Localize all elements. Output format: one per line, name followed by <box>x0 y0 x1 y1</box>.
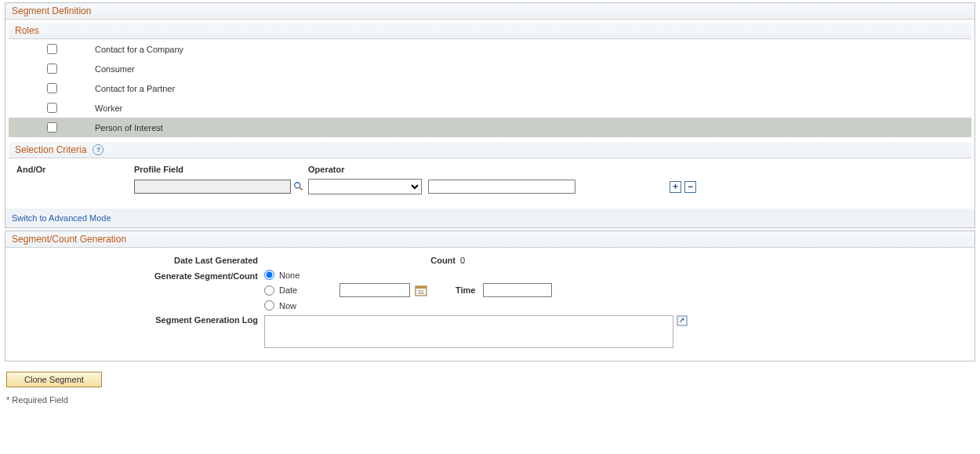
required-field-note: * Required Field <box>6 395 974 405</box>
radio-date-label: Date <box>279 285 297 295</box>
role-label-2: Contact for a Partner <box>95 84 175 93</box>
col-header-profile: Profile Field <box>134 165 308 174</box>
switch-mode-bar: Switch to Advanced Mode <box>5 209 975 227</box>
generate-option-group: None Date 31 Time Now <box>264 270 552 311</box>
selection-criteria-title: Selection Criteria <box>15 144 86 155</box>
svg-point-0 <box>295 183 300 188</box>
help-icon[interactable]: ? <box>93 144 103 155</box>
expand-icon[interactable] <box>677 315 688 326</box>
role-row: Contact for a Partner <box>9 78 971 98</box>
generate-option-now[interactable]: Now <box>264 300 552 311</box>
segment-count-body: Date Last Generated Count 0 Generate Seg… <box>5 248 975 361</box>
profile-field-input[interactable] <box>134 180 291 194</box>
segment-count-title: Segment/Count Generation <box>12 234 126 245</box>
clone-segment-button[interactable]: Clone Segment <box>6 372 102 387</box>
remove-row-button[interactable]: − <box>684 181 696 193</box>
operator-select[interactable] <box>308 179 422 194</box>
radio-none[interactable] <box>264 270 274 280</box>
svg-rect-3 <box>416 286 426 289</box>
switch-advanced-link[interactable]: Switch to Advanced Mode <box>12 213 111 223</box>
radio-date[interactable] <box>264 285 274 296</box>
radio-now[interactable] <box>264 300 274 311</box>
roles-header-label: Roles <box>15 25 39 36</box>
time-label: Time <box>456 285 475 295</box>
role-row: Worker <box>9 98 971 118</box>
segment-count-panel: Segment/Count Generation Date Last Gener… <box>5 231 975 361</box>
radio-now-label: Now <box>279 301 296 311</box>
radio-none-label: None <box>279 271 299 280</box>
role-checkbox-0[interactable] <box>47 44 57 54</box>
role-label-1: Consumer <box>95 64 135 74</box>
segment-definition-title: Segment Definition <box>12 5 91 16</box>
generate-segment-label: Generate Segment/Count <box>13 270 264 281</box>
role-row: Contact for a Company <box>9 39 971 59</box>
role-checkbox-3[interactable] <box>47 103 57 113</box>
roles-header: Roles <box>9 23 971 39</box>
segment-log-textarea[interactable] <box>264 315 673 348</box>
search-icon[interactable] <box>293 181 304 192</box>
segment-log-label: Segment Generation Log <box>13 315 264 325</box>
role-label-0: Contact for a Company <box>95 45 183 54</box>
generate-option-date[interactable]: Date <box>264 285 335 296</box>
criteria-column-headers: And/Or Profile Field Operator <box>16 165 964 174</box>
date-last-generated-label: Date Last Generated <box>13 256 264 265</box>
role-row: Person of Interest <box>9 118 971 137</box>
col-header-andor: And/Or <box>16 165 134 174</box>
svg-rect-5 <box>677 316 687 325</box>
calendar-icon[interactable]: 31 <box>415 284 427 296</box>
svg-text:31: 31 <box>418 289 424 295</box>
selection-criteria-body: And/Or Profile Field Operator + − <box>5 158 975 204</box>
segment-count-header: Segment/Count Generation <box>5 231 975 248</box>
add-row-button[interactable]: + <box>670 181 681 193</box>
roles-list: Contact for a Company Consumer Contact f… <box>9 39 971 137</box>
role-checkbox-1[interactable] <box>47 64 57 74</box>
svg-line-1 <box>299 187 303 191</box>
role-checkbox-4[interactable] <box>47 122 57 133</box>
date-input[interactable] <box>339 283 410 297</box>
criteria-row: + − <box>16 179 964 194</box>
criteria-value-input[interactable] <box>428 180 575 194</box>
role-checkbox-2[interactable] <box>47 83 57 93</box>
generate-option-none[interactable]: None <box>264 270 552 280</box>
time-input[interactable] <box>483 283 552 297</box>
col-header-operator: Operator <box>308 165 430 174</box>
selection-criteria-header: Selection Criteria ? <box>9 142 971 158</box>
segment-definition-panel: Segment Definition Roles Contact for a C… <box>5 2 975 228</box>
role-label-4: Person of Interest <box>95 123 163 133</box>
role-label-3: Worker <box>95 104 122 113</box>
count-value: 0 <box>460 256 465 265</box>
role-row: Consumer <box>9 59 971 78</box>
count-label: Count <box>303 256 460 265</box>
segment-definition-header: Segment Definition <box>5 3 975 20</box>
